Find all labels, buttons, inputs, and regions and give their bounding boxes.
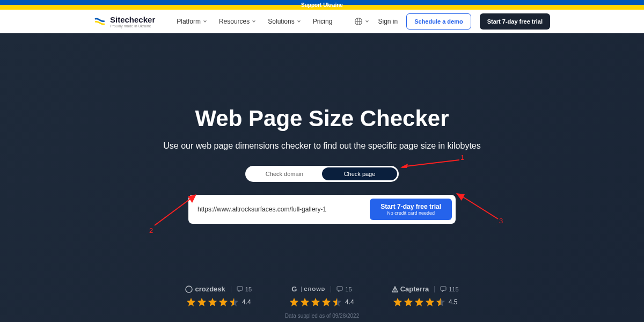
logo-tagline: Proudly made in Ukraine — [110, 24, 155, 28]
annotation-label-1: 1 — [460, 153, 464, 162]
star-icon — [197, 297, 207, 307]
brand-crowd: GCROWD — [291, 285, 325, 293]
support-banner[interactable]: Support Ukraine — [0, 0, 644, 10]
star-icon — [425, 297, 435, 307]
capterra-icon — [392, 286, 398, 292]
nav-pricing[interactable]: Pricing — [313, 18, 333, 25]
toggle-check-domain[interactable]: Check domain — [247, 167, 322, 180]
star-rating: 4.5 — [393, 297, 458, 307]
annotation-label-3: 3 — [499, 217, 503, 225]
comment-icon — [336, 286, 343, 292]
globe-icon — [354, 17, 363, 26]
star-rating: 4.4 — [289, 297, 354, 307]
star-icon — [393, 297, 402, 307]
svg-line-8 — [155, 197, 192, 225]
logo-icon — [94, 17, 106, 26]
star-half-icon — [436, 297, 445, 307]
schedule-demo-button[interactable]: Schedule a demo — [406, 13, 471, 30]
svg-line-7 — [406, 160, 459, 166]
star-rating: 4.4 — [186, 297, 251, 307]
header: Sitechecker Proudly made in Ukraine Plat… — [0, 10, 644, 33]
logo[interactable]: Sitechecker Proudly made in Ukraine — [94, 15, 155, 28]
star-icon — [321, 297, 331, 307]
toggle-check-page[interactable]: Check page — [322, 167, 397, 180]
star-icon — [208, 297, 217, 307]
free-trial-button[interactable]: Start 7-day free trial — [480, 13, 550, 30]
rating-value: 4.4 — [242, 298, 251, 306]
review-crowd: GCROWD 15 4.4 — [289, 285, 354, 307]
svg-line-9 — [460, 195, 498, 219]
start-trial-cta[interactable]: Start 7-day free trial No credit card ne… — [370, 199, 452, 220]
nav-platform[interactable]: Platform — [177, 18, 207, 25]
page-subtitle: Use our web page dimensions checker to f… — [163, 141, 480, 151]
comment-icon — [237, 286, 243, 292]
rating-value: 4.4 — [345, 298, 354, 306]
star-half-icon — [229, 297, 239, 307]
annotation-arrow-3 — [456, 193, 499, 220]
svg-rect-5 — [337, 287, 342, 290]
language-button[interactable] — [354, 17, 369, 26]
svg-rect-6 — [441, 287, 446, 290]
chevron-down-icon — [297, 19, 301, 24]
chevron-down-icon — [365, 19, 369, 24]
review-badges: crozdesk 15 4.4 GCROWD 15 — [185, 285, 458, 307]
star-icon — [218, 297, 228, 307]
annotation-label-2: 2 — [149, 226, 153, 235]
signin-link[interactable]: Sign in — [378, 18, 398, 25]
hero: Web Page Size Checker Use our web page d… — [0, 33, 644, 322]
header-actions: Sign in Schedule a demo Start 7-day free… — [354, 13, 550, 30]
star-icon — [186, 297, 196, 307]
data-note: Data supplied as of 09/28/2022 — [285, 313, 359, 319]
nav-solutions[interactable]: Solutions — [268, 18, 301, 25]
main-nav: Platform Resources Solutions Pricing — [177, 18, 332, 25]
svg-point-3 — [186, 286, 192, 292]
chevron-down-icon — [252, 19, 256, 24]
svg-rect-4 — [237, 287, 243, 290]
review-crozdesk: crozdesk 15 4.4 — [185, 285, 252, 307]
review-capterra: Capterra 115 4.5 — [392, 285, 459, 307]
annotation-arrow-2 — [153, 194, 196, 226]
review-count: 115 — [434, 286, 458, 292]
review-count: 15 — [331, 286, 352, 292]
cta-main-text: Start 7-day free trial — [380, 203, 441, 210]
banner-text: Support Ukraine — [301, 2, 343, 8]
star-icon — [414, 297, 424, 307]
star-half-icon — [332, 297, 342, 307]
mode-toggle: Check domain Check page — [245, 166, 399, 182]
star-icon — [311, 297, 320, 307]
crozdesk-icon — [185, 286, 193, 293]
nav-resources[interactable]: Resources — [219, 18, 256, 25]
star-icon — [289, 297, 299, 307]
brand-crozdesk: crozdesk — [185, 285, 225, 293]
star-icon — [300, 297, 310, 307]
annotation-arrow-1 — [400, 158, 459, 168]
rating-value: 4.5 — [449, 298, 458, 306]
star-icon — [404, 297, 413, 307]
url-input[interactable] — [192, 202, 365, 216]
review-count: 15 — [231, 286, 252, 292]
comment-icon — [440, 286, 447, 292]
page-title: Web Page Size Checker — [195, 106, 449, 131]
chevron-down-icon — [203, 19, 207, 24]
cta-sub-text: No credit card needed — [387, 210, 435, 216]
brand-capterra: Capterra — [392, 285, 429, 293]
logo-name: Sitechecker — [110, 15, 155, 24]
url-input-bar: Start 7-day free trial No credit card ne… — [188, 195, 456, 224]
